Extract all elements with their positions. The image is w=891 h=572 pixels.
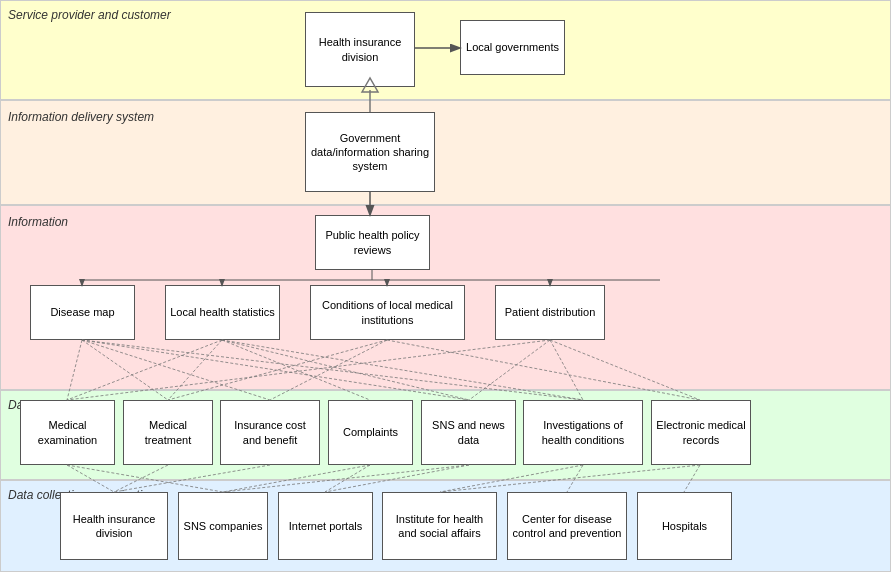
box-org-sns: SNS companies bbox=[178, 492, 268, 560]
box-health-insurance-div: Health insurance division bbox=[305, 12, 415, 87]
box-local-governments: Local governments bbox=[460, 20, 565, 75]
box-complaints: Complaints bbox=[328, 400, 413, 465]
box-sns-news: SNS and news data bbox=[421, 400, 516, 465]
diagram: Service provider and customer Informatio… bbox=[0, 0, 891, 572]
box-org-institute: Institute for health and social affairs bbox=[382, 492, 497, 560]
box-patient-dist: Patient distribution bbox=[495, 285, 605, 340]
box-electronic-records: Electronic medical records bbox=[651, 400, 751, 465]
box-org-cdc: Center for disease control and preventio… bbox=[507, 492, 627, 560]
box-insurance-cost: Insurance cost and benefit bbox=[220, 400, 320, 465]
label-information: Information bbox=[8, 215, 68, 229]
box-public-health-policy: Public health policy reviews bbox=[315, 215, 430, 270]
box-investigations: Investigations of health conditions bbox=[523, 400, 643, 465]
box-org-health-ins: Health insurance division bbox=[60, 492, 168, 560]
box-org-hospitals: Hospitals bbox=[637, 492, 732, 560]
box-local-health-stats: Local health statistics bbox=[165, 285, 280, 340]
box-medical-treatment: Medical treatment bbox=[123, 400, 213, 465]
label-service: Service provider and customer bbox=[8, 8, 171, 22]
box-org-internet: Internet portals bbox=[278, 492, 373, 560]
box-medical-exam: Medical examination bbox=[20, 400, 115, 465]
box-conditions-local: Conditions of local medical institutions bbox=[310, 285, 465, 340]
box-disease-map: Disease map bbox=[30, 285, 135, 340]
box-gov-data-system: Government data/information sharing syst… bbox=[305, 112, 435, 192]
label-delivery: Information delivery system bbox=[8, 110, 154, 124]
